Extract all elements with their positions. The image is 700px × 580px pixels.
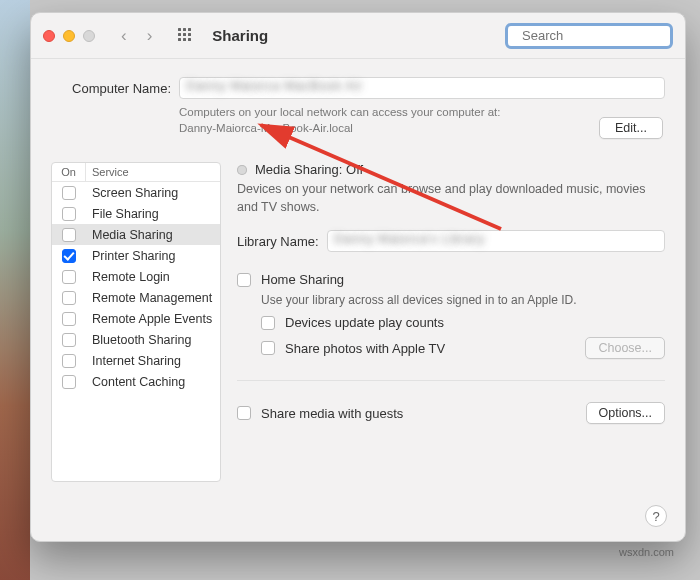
watermark: wsxdn.com [619, 546, 674, 558]
service-row[interactable]: Bluetooth Sharing [52, 329, 220, 350]
service-label: Printer Sharing [86, 249, 220, 263]
help-button[interactable]: ? [645, 505, 667, 527]
service-status: Media Sharing: Off [237, 162, 665, 177]
library-name-value: Danny Maiorca's Library [334, 231, 485, 246]
share-guests-label: Share media with guests [261, 406, 403, 421]
share-photos-option[interactable]: Share photos with Apple TV Choose... [261, 336, 665, 360]
status-text: Media Sharing: Off [255, 162, 363, 177]
checkbox-icon[interactable] [62, 270, 76, 284]
service-row[interactable]: Media Sharing [52, 224, 220, 245]
checkbox-icon[interactable] [237, 273, 251, 287]
content-area: Computer Name: Danny Maiorca MacBook Air… [31, 59, 685, 541]
checkbox-icon[interactable] [237, 406, 251, 420]
service-label: Bluetooth Sharing [86, 333, 220, 347]
home-sharing-hint: Use your library across all devices sign… [261, 293, 665, 307]
preferences-window: ‹ › Sharing Computer Name: Danny Maiorca… [30, 12, 686, 542]
checkbox-icon[interactable] [62, 228, 76, 242]
service-description: Devices on your network can browse and p… [237, 181, 665, 216]
status-indicator-icon [237, 165, 247, 175]
service-label: Content Caching [86, 375, 220, 389]
service-label: Remote Login [86, 270, 220, 284]
share-guests-option[interactable]: Share media with guests Options... [237, 401, 665, 425]
devices-update-label: Devices update play counts [285, 315, 444, 330]
choose-button[interactable]: Choose... [585, 337, 665, 359]
library-name-row: Library Name: Danny Maiorca's Library [237, 230, 665, 252]
service-row[interactable]: Content Caching [52, 371, 220, 392]
computer-name-note: Computers on your local network can acce… [179, 105, 665, 136]
show-all-icon[interactable] [178, 28, 194, 44]
services-list: On Service Screen SharingFile SharingMed… [51, 162, 221, 482]
checkbox-icon[interactable] [62, 186, 76, 200]
edit-button[interactable]: Edit... [599, 117, 663, 139]
detail-pane: Media Sharing: Off Devices on your netwo… [237, 162, 665, 482]
minimize-icon[interactable] [63, 30, 75, 42]
forward-button[interactable]: › [147, 26, 153, 46]
computer-name-label: Computer Name: [51, 81, 171, 96]
checkbox-icon[interactable] [261, 341, 275, 355]
window-controls [43, 30, 95, 42]
service-row[interactable]: Remote Login [52, 266, 220, 287]
computer-name-row: Computer Name: Danny Maiorca MacBook Air [51, 77, 665, 99]
checkbox-icon[interactable] [62, 312, 76, 326]
search-field[interactable] [505, 23, 673, 49]
close-icon[interactable] [43, 30, 55, 42]
page-title: Sharing [212, 27, 268, 44]
service-label: Media Sharing [86, 228, 220, 242]
home-sharing-label: Home Sharing [261, 272, 344, 287]
service-label: Remote Management [86, 291, 220, 305]
divider [237, 380, 665, 381]
column-service: Service [86, 163, 220, 181]
share-photos-label: Share photos with Apple TV [285, 341, 445, 356]
home-sharing-option[interactable]: Home Sharing [237, 272, 665, 287]
checkbox-icon[interactable] [62, 207, 76, 221]
checkbox-icon[interactable] [62, 333, 76, 347]
service-row[interactable]: Printer Sharing [52, 245, 220, 266]
options-button[interactable]: Options... [586, 402, 666, 424]
computer-name-value: Danny Maiorca MacBook Air [186, 78, 363, 93]
service-label: Internet Sharing [86, 354, 220, 368]
service-row[interactable]: File Sharing [52, 203, 220, 224]
services-header: On Service [52, 163, 220, 182]
computer-name-field[interactable]: Danny Maiorca MacBook Air [179, 77, 665, 99]
checkbox-icon[interactable] [261, 316, 275, 330]
service-label: Screen Sharing [86, 186, 220, 200]
service-row[interactable]: Internet Sharing [52, 350, 220, 371]
checkbox-icon[interactable] [62, 375, 76, 389]
service-row[interactable]: Remote Apple Events [52, 308, 220, 329]
titlebar: ‹ › Sharing [31, 13, 685, 59]
column-on: On [52, 163, 86, 181]
checkbox-icon[interactable] [62, 291, 76, 305]
back-button[interactable]: ‹ [121, 26, 127, 46]
checkbox-icon[interactable] [62, 354, 76, 368]
library-name-field[interactable]: Danny Maiorca's Library [327, 230, 665, 252]
zoom-icon[interactable] [83, 30, 95, 42]
library-name-label: Library Name: [237, 234, 319, 249]
devices-update-option[interactable]: Devices update play counts [261, 315, 665, 330]
checkbox-icon[interactable] [62, 249, 76, 263]
nav-arrows: ‹ › [121, 26, 152, 46]
service-row[interactable]: Screen Sharing [52, 182, 220, 203]
search-input[interactable] [520, 27, 692, 44]
service-label: Remote Apple Events [86, 312, 220, 326]
service-label: File Sharing [86, 207, 220, 221]
service-row[interactable]: Remote Management [52, 287, 220, 308]
